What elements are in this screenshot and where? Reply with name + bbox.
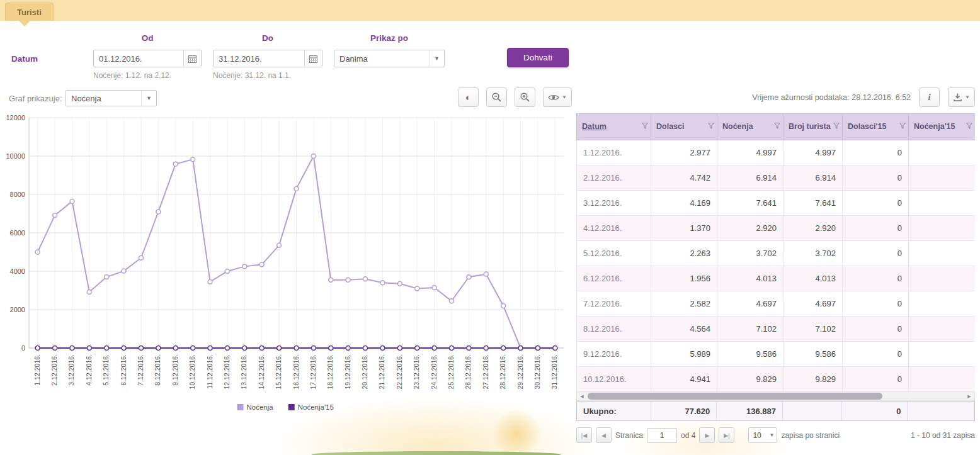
table-row[interactable]: 9.12.2016.5.9899.5869.5860 bbox=[577, 342, 976, 367]
chevron-down-icon: ▼ bbox=[769, 432, 777, 438]
cell-value bbox=[909, 166, 976, 191]
zoom-out-button[interactable] bbox=[486, 87, 507, 107]
column-header-dolasci[interactable]: Dolasci bbox=[651, 114, 717, 140]
cell-value: 0 bbox=[843, 266, 909, 291]
cell-value: 4.742 bbox=[651, 166, 717, 191]
cell-value: 7.641 bbox=[783, 191, 843, 216]
zoom-out-icon bbox=[491, 92, 502, 103]
download-icon bbox=[953, 93, 962, 102]
eye-icon bbox=[548, 94, 559, 101]
cell-value: 4.941 bbox=[651, 367, 717, 392]
prev-page-icon: ◀ bbox=[601, 432, 606, 439]
scroll-left-icon[interactable]: ◀ bbox=[577, 392, 587, 400]
contrast-icon: ◐ bbox=[465, 93, 471, 102]
table-row[interactable]: 8.12.2016.4.5647.1027.1020 bbox=[577, 317, 976, 342]
page-size-value: 10 bbox=[749, 431, 769, 440]
record-range-label: 1 - 10 od 31 zapisa bbox=[911, 431, 975, 440]
cell-datum: 10.12.2016. bbox=[577, 367, 651, 392]
toggle-theme-button[interactable]: ◐ bbox=[458, 87, 479, 107]
table-row[interactable]: 6.12.2016.1.9564.0134.0130 bbox=[577, 266, 976, 291]
table-row[interactable]: 2.12.2016.4.7426.9146.9140 bbox=[577, 166, 976, 191]
scroll-right-icon[interactable]: ▶ bbox=[964, 392, 974, 400]
cell-value: 7.641 bbox=[717, 191, 783, 216]
cell-value: 7.102 bbox=[717, 317, 783, 342]
zoom-in-button[interactable] bbox=[515, 87, 535, 107]
table-row[interactable]: 1.12.2016.2.9774.9974.9970 bbox=[577, 140, 976, 166]
column-label: Dolasci bbox=[656, 122, 684, 131]
table-row[interactable]: 10.12.2016.4.9419.8299.8290 bbox=[577, 367, 976, 392]
cell-value: 9.586 bbox=[783, 342, 843, 367]
cell-datum: 2.12.2016. bbox=[577, 166, 651, 191]
cell-value: 0 bbox=[843, 216, 909, 241]
table-panel: Vrijeme ažurnosti podataka: 28.12.2016. … bbox=[0, 0, 980, 455]
info-button[interactable]: i bbox=[919, 87, 940, 107]
cell-datum: 6.12.2016. bbox=[577, 266, 651, 291]
last-page-button[interactable]: ▶| bbox=[719, 427, 734, 443]
column-label: Broj turista bbox=[789, 122, 831, 131]
horizontal-scrollbar[interactable]: ◀ ▶ bbox=[576, 391, 975, 401]
cell-datum: 4.12.2016. bbox=[577, 216, 651, 241]
page-number-input[interactable] bbox=[647, 428, 677, 443]
pagination-bar: |◀ ◀ Stranica od 4 ▶ ▶| 10 ▼ zapisa po s… bbox=[576, 427, 975, 444]
totals-row: Ukupno:77.620136.8870 bbox=[576, 401, 975, 421]
column-label: Noćenja bbox=[722, 122, 753, 131]
column-label: Noćenja'15 bbox=[914, 122, 955, 131]
cell-datum: 8.12.2016. bbox=[577, 317, 651, 342]
cell-value: 6.914 bbox=[717, 166, 783, 191]
column-header-no-enja-15[interactable]: Noćenja'15 bbox=[909, 114, 976, 140]
cell-value: 0 bbox=[843, 140, 909, 166]
page-size-select[interactable]: 10 ▼ bbox=[748, 427, 777, 443]
next-page-button[interactable]: ▶ bbox=[699, 427, 715, 443]
table-row[interactable]: 7.12.2016.2.5824.6974.6970 bbox=[577, 291, 976, 317]
export-button[interactable]: ▼ bbox=[948, 87, 975, 107]
cell-value: 4.997 bbox=[783, 140, 843, 166]
series-visibility-button[interactable]: ▼ bbox=[543, 87, 572, 107]
totals-label: Ukupno: bbox=[577, 402, 651, 420]
table-row[interactable]: 3.12.2016.4.1697.6417.6410 bbox=[577, 191, 976, 216]
cell-value: 6.914 bbox=[783, 166, 843, 191]
column-header-dolasci-15[interactable]: Dolasci'15 bbox=[843, 114, 909, 140]
cell-value: 0 bbox=[843, 291, 909, 317]
filter-icon[interactable] bbox=[774, 122, 780, 131]
cell-value: 2.263 bbox=[651, 241, 717, 266]
table-header-row: DatumDolasciNoćenjaBroj turistaDolasci'1… bbox=[577, 114, 976, 140]
cell-datum: 7.12.2016. bbox=[577, 291, 651, 317]
column-header-no-enja[interactable]: Noćenja bbox=[717, 114, 783, 140]
filter-icon[interactable] bbox=[642, 122, 648, 131]
stranica-label: Stranica bbox=[615, 431, 643, 440]
totals-value bbox=[783, 402, 842, 420]
cell-value: 4.997 bbox=[717, 140, 783, 166]
cell-value: 4.013 bbox=[783, 266, 843, 291]
table-row[interactable]: 4.12.2016.1.3702.9202.9200 bbox=[577, 216, 976, 241]
per-page-label: zapisa po stranici bbox=[781, 431, 840, 440]
chart-toolbar: ◐ ▼ bbox=[458, 87, 572, 107]
totals-value: 136.887 bbox=[717, 402, 783, 420]
column-label: Datum bbox=[582, 122, 607, 131]
filter-icon[interactable] bbox=[966, 122, 972, 131]
first-page-button[interactable]: |◀ bbox=[576, 427, 592, 443]
first-page-icon: |◀ bbox=[581, 432, 587, 439]
cell-value: 9.586 bbox=[717, 342, 783, 367]
cell-value: 4.169 bbox=[651, 191, 717, 216]
scrollbar-thumb[interactable] bbox=[588, 393, 882, 400]
column-header-broj-turista[interactable]: Broj turista bbox=[783, 114, 843, 140]
filter-icon[interactable] bbox=[708, 122, 714, 131]
cell-value bbox=[909, 266, 976, 291]
cell-value: 0 bbox=[843, 241, 909, 266]
cell-value bbox=[909, 191, 976, 216]
table-row[interactable]: 5.12.2016.2.2633.7023.7020 bbox=[577, 241, 976, 266]
column-label: Dolasci'15 bbox=[848, 122, 886, 131]
cell-value: 4.564 bbox=[651, 317, 717, 342]
tab-turisti[interactable]: Turisti bbox=[5, 3, 54, 21]
cell-value: 3.702 bbox=[783, 241, 843, 266]
prev-page-button[interactable]: ◀ bbox=[596, 427, 612, 443]
column-header-datum[interactable]: Datum bbox=[577, 114, 651, 140]
cell-datum: 1.12.2016. bbox=[577, 140, 651, 166]
filter-icon[interactable] bbox=[899, 122, 906, 131]
cell-value: 2.582 bbox=[651, 291, 717, 317]
cell-value: 0 bbox=[843, 342, 909, 367]
next-page-icon: ▶ bbox=[705, 432, 709, 439]
cell-value: 2.920 bbox=[717, 216, 783, 241]
cell-value: 9.829 bbox=[717, 367, 783, 392]
filter-icon[interactable] bbox=[833, 122, 840, 131]
